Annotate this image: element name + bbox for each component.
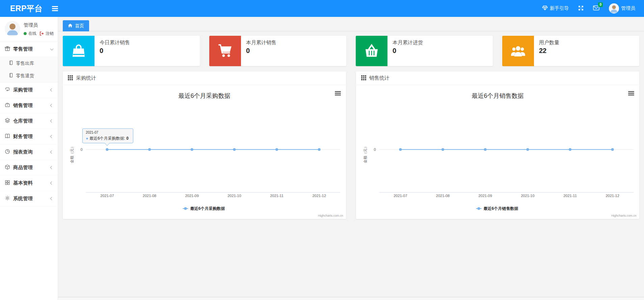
svg-text:2021-08: 2021-08 (436, 194, 450, 198)
svg-text:2021-09: 2021-09 (478, 194, 492, 198)
svg-text:最近6个月采购数据: 最近6个月采购数据 (178, 92, 230, 99)
gear-icon (5, 195, 10, 202)
chevron-left-icon (50, 197, 54, 200)
menu-item-retail[interactable]: 零售管理 (0, 42, 58, 57)
menu-item-purchase[interactable]: 采购管理 (0, 82, 58, 98)
submenu-label: 零售出库 (16, 60, 34, 66)
briefcase-icon (5, 102, 10, 109)
svg-text:0: 0 (80, 147, 82, 152)
svg-text:2021-09: 2021-09 (185, 194, 198, 198)
chevron-down-icon (50, 47, 54, 50)
pie-chart-icon (5, 149, 10, 155)
svg-text:2021-07: 2021-07 (100, 194, 114, 198)
mail-badge: 0 (598, 2, 603, 7)
sign-out-icon (39, 31, 44, 36)
document-icon (9, 73, 13, 79)
menu-label: 商品管理 (13, 164, 33, 171)
shopping-cart-icon (209, 36, 241, 66)
stat-cards-row: 今日累计销售 0 本月累计销售 0 本月累计进货 0 (63, 36, 639, 66)
svg-text:2021-11: 2021-11 (563, 194, 577, 198)
svg-text:Highcharts.com.cn: Highcharts.com.cn (318, 214, 343, 217)
gift-icon (5, 46, 10, 52)
messages-button[interactable]: 0 (593, 5, 599, 11)
profile-avatar (5, 21, 20, 36)
menu-label: 销售管理 (13, 102, 33, 109)
app-brand: ERP平台 (0, 3, 43, 14)
repeat-icon (5, 87, 10, 93)
svg-text:金额（元）: 金额（元） (70, 145, 74, 163)
menu-label: 采购管理 (13, 87, 33, 93)
panel-title: 采购统计 (76, 75, 96, 81)
chart-panels-row: 采购统计 最近6个月采购数据0金额（元）2021-072021-082021-0… (63, 72, 639, 219)
menu-item-sales[interactable]: 销售管理 (0, 98, 58, 113)
sidebar-toggle-button[interactable] (52, 6, 58, 11)
svg-text:2021-07: 2021-07 (394, 194, 407, 198)
stat-label: 本月累计销售 (246, 39, 276, 46)
chevron-left-icon (50, 119, 54, 123)
gem-icon (542, 5, 548, 11)
svg-text:最近6个月销售数据: 最近6个月销售数据 (484, 206, 518, 211)
stat-card-month-purchase: 本月累计进货 0 (356, 36, 493, 66)
footer-divider (58, 297, 644, 300)
guide-label: 新手引导 (550, 5, 569, 11)
chevron-left-icon (50, 104, 54, 107)
user-avatar (609, 3, 619, 13)
stat-label: 今日累计销售 (100, 39, 130, 46)
svg-text:2021-10: 2021-10 (227, 194, 241, 198)
guide-button[interactable]: 新手引导 (542, 5, 569, 11)
chevron-left-icon (50, 151, 54, 154)
menu-label: 系统管理 (13, 195, 33, 202)
menu-label: 报表查询 (13, 149, 33, 155)
stat-value: 0 (393, 47, 423, 55)
svg-text:金额（元）: 金额（元） (363, 145, 367, 163)
submenu-label: 零售退货 (16, 73, 34, 79)
sidebar-menu: 零售管理 零售出库 零售退货 采购管理 (0, 41, 58, 207)
stat-card-month-sales: 本月累计销售 0 (209, 36, 346, 66)
document-icon (9, 60, 13, 66)
svg-text:2021-10: 2021-10 (521, 194, 534, 198)
tab-home[interactable]: 首页 (63, 20, 89, 31)
sidebar: 管理员 在线 注销 零售管理 零售出库 (0, 17, 58, 300)
svg-text:最近6个月采购数据: 最近6个月采购数据 (190, 206, 225, 211)
online-status-icon (24, 32, 27, 35)
menu-item-retail-outbound[interactable]: 零售出库 (0, 57, 58, 70)
menu-item-finance[interactable]: 财务管理 (0, 129, 58, 144)
stat-value: 0 (100, 47, 130, 55)
chevron-left-icon (50, 135, 54, 138)
stat-value: 22 (539, 47, 559, 55)
grid-icon (5, 180, 10, 186)
expand-arrows-icon (578, 5, 584, 12)
open-book-icon (5, 133, 10, 140)
svg-text:2021-12: 2021-12 (606, 194, 619, 198)
svg-text:2021-12: 2021-12 (312, 194, 326, 198)
fullscreen-button[interactable] (578, 5, 584, 12)
logout-link[interactable]: 注销 (46, 31, 54, 36)
shopping-basket-icon (356, 36, 387, 66)
chevron-left-icon (50, 88, 54, 92)
shopping-bag-icon (63, 36, 95, 66)
purchase-line-chart: 最近6个月采购数据0金额（元）2021-072021-082021-092021… (63, 85, 346, 219)
menu-item-warehouse[interactable]: 仓库管理 (0, 113, 58, 129)
home-icon (68, 23, 73, 29)
chart-context-menu-button[interactable] (335, 91, 341, 96)
panel-title: 销售统计 (369, 75, 390, 81)
svg-text:2021-07: 2021-07 (86, 131, 98, 134)
menu-item-reports[interactable]: 报表查询 (0, 144, 58, 160)
chart-context-menu-button[interactable] (628, 91, 634, 96)
menu-item-system[interactable]: 系统管理 (0, 191, 58, 207)
sidebar-profile: 管理员 在线 注销 (0, 17, 58, 41)
user-menu[interactable]: 管理员 (609, 3, 635, 13)
cube-icon (5, 164, 10, 171)
svg-text:2021-08: 2021-08 (143, 194, 156, 198)
svg-text:最近6个月销售数据: 最近6个月销售数据 (472, 92, 524, 99)
chevron-left-icon (50, 166, 54, 169)
svg-text:Highcharts.com.cn: Highcharts.com.cn (611, 214, 637, 217)
menu-item-basic-data[interactable]: 基本资料 (0, 175, 58, 191)
profile-name: 管理员 (24, 22, 54, 28)
username-label: 管理员 (621, 5, 635, 11)
tab-bar: 首页 (58, 17, 644, 31)
menu-item-products[interactable]: 商品管理 (0, 160, 58, 175)
svg-text:● 最近6个月采购数据: 0: ● 最近6个月采购数据: 0 (86, 136, 129, 141)
stat-value: 0 (246, 47, 276, 55)
menu-item-retail-return[interactable]: 零售退货 (0, 70, 58, 82)
